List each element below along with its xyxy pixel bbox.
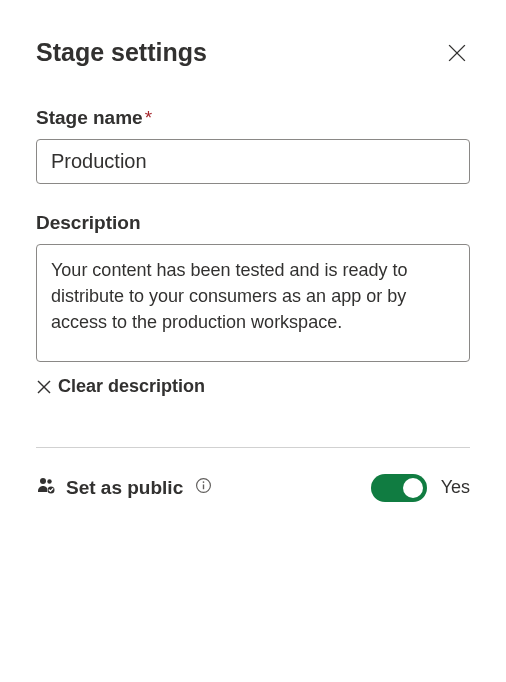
set-as-public-toggle[interactable] — [371, 474, 427, 502]
people-icon — [36, 476, 56, 500]
divider — [36, 447, 470, 448]
svg-point-4 — [40, 478, 46, 484]
description-textarea[interactable] — [36, 244, 470, 362]
close-button[interactable] — [444, 40, 470, 66]
clear-description-button[interactable]: Clear description — [36, 376, 205, 397]
toggle-thumb — [403, 478, 423, 498]
required-asterisk: * — [145, 107, 152, 128]
stage-name-label-text: Stage name — [36, 107, 143, 128]
description-label: Description — [36, 212, 470, 234]
toggle-state-label: Yes — [441, 477, 470, 498]
close-icon — [36, 379, 52, 395]
set-as-public-text: Set as public — [66, 477, 183, 498]
svg-point-10 — [203, 481, 205, 483]
stage-name-input[interactable] — [36, 139, 470, 184]
stage-name-label: Stage name* — [36, 107, 470, 129]
set-as-public-label: Set as public — [66, 477, 212, 499]
svg-point-5 — [47, 479, 51, 483]
clear-description-label: Clear description — [58, 376, 205, 397]
info-icon[interactable] — [195, 477, 212, 494]
close-icon — [448, 44, 466, 62]
panel-title: Stage settings — [36, 38, 207, 67]
